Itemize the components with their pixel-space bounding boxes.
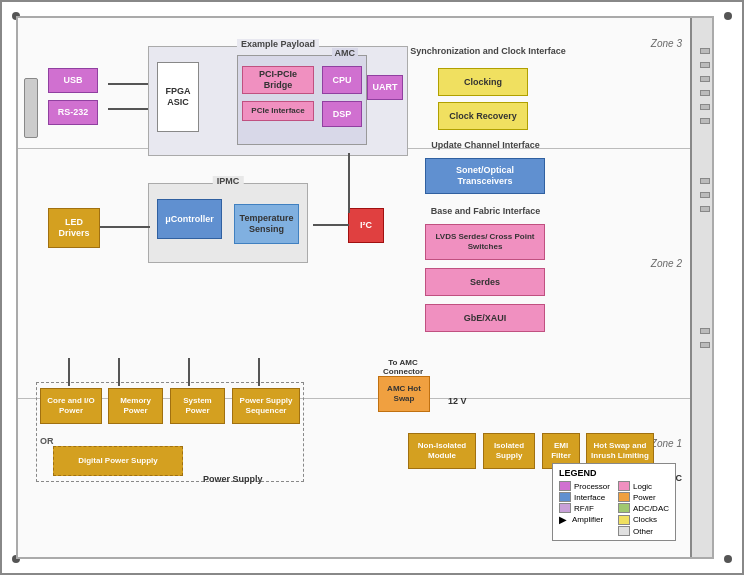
main-container: ATCA Backplane Zone 3 Zone 2 Zone 1 USB [0, 0, 744, 575]
legend: LEGEND Processor Logic Interface [552, 463, 676, 541]
connector-pin-8 [700, 192, 710, 198]
connector-pin-3 [700, 76, 710, 82]
corner-dot-br [724, 555, 732, 563]
arrow-power-2 [118, 358, 120, 386]
base-fabric-label: Base and Fabric Interface [408, 206, 563, 216]
legend-item-processor: Processor [559, 481, 610, 491]
legend-label-interface: Interface [574, 493, 605, 502]
ipmc-container: IPMC μController Temperature Sensing [148, 183, 308, 263]
legend-label-clocks: Clocks [633, 515, 657, 524]
connector-pin-2 [700, 62, 710, 68]
legend-item-other: Other [618, 526, 669, 536]
zone2-label: Zone 2 [651, 258, 682, 269]
amplifier-icon: ▶ [559, 514, 567, 525]
fpga-asic-block: FPGA ASIC [157, 62, 199, 132]
arrow-fpga-rs232 [108, 108, 148, 110]
amc-label: AMC [332, 48, 359, 58]
dsp-block: DSP [322, 101, 362, 127]
legend-label-amplifier: Amplifier [572, 515, 603, 524]
clocking-block: Clocking [438, 68, 528, 96]
serdes-block: Serdes [425, 268, 545, 296]
connector-pin-4 [700, 90, 710, 96]
legend-label-rfif: RF/IF [574, 504, 594, 513]
legend-color-adcdac [618, 503, 630, 513]
arrow-power-3 [188, 358, 190, 386]
pci-pcie-bridge-block: PCI-PCIe Bridge [242, 66, 314, 94]
legend-color-other [618, 526, 630, 536]
connector-pin-6 [700, 118, 710, 124]
db9-connector [24, 78, 38, 138]
legend-title: LEGEND [559, 468, 669, 478]
legend-item-clocks: Clocks [618, 514, 669, 525]
legend-color-rfif [559, 503, 571, 513]
connector-pin-7 [700, 178, 710, 184]
board-area: Zone 3 Zone 2 Zone 1 USB RS-232 Example … [16, 16, 714, 559]
legend-label-power: Power [633, 493, 656, 502]
ipmc-label: IPMC [213, 176, 244, 186]
isolated-supply-block: Isolated Supply [483, 433, 535, 469]
cpu-block: CPU [322, 66, 362, 94]
connector-pin-11 [700, 342, 710, 348]
legend-item-empty [559, 526, 610, 536]
legend-label-logic: Logic [633, 482, 652, 491]
non-isolated-module-block: Non-Isolated Module [408, 433, 476, 469]
legend-color-interface [559, 492, 571, 502]
legend-label-adcdac: ADC/DAC [633, 504, 669, 513]
arrow-i2c-uc [313, 224, 349, 226]
temp-sensing-block: Temperature Sensing [234, 204, 299, 244]
legend-grid: Processor Logic Interface Power [559, 481, 669, 536]
legend-item-interface: Interface [559, 492, 610, 502]
power-supply-outline [36, 382, 304, 482]
connector-pin-10 [700, 328, 710, 334]
legend-color-clocks [618, 515, 630, 525]
ucontroller-block: μController [157, 199, 222, 239]
example-payload-container: Example Payload FPGA ASIC AMC PCI-PCIe B… [148, 46, 408, 156]
arrow-power-1 [68, 358, 70, 386]
power-supply-label: Power Supply [203, 474, 263, 484]
arrow-ipmc-led [100, 226, 150, 228]
rs232-block: RS-232 [48, 100, 98, 125]
led-drivers-block: LED Drivers [48, 208, 100, 248]
legend-item-adcdac: ADC/DAC [618, 503, 669, 513]
legend-color-processor [559, 481, 571, 491]
connector-pin-5 [700, 104, 710, 110]
uart-block: UART [367, 75, 403, 100]
legend-item-amplifier: ▶ Amplifier [559, 514, 610, 525]
gbe-xaui-block: GbE/XAUI [425, 304, 545, 332]
update-channel-label: Update Channel Interface [408, 140, 563, 150]
legend-item-power: Power [618, 492, 669, 502]
zone1-label: Zone 1 [651, 438, 682, 449]
connector-pin-9 [700, 206, 710, 212]
sonet-optical-block: Sonet/Optical Transceivers [425, 158, 545, 194]
lvds-serdes-block: LVDS Serdes/ Cross Point Switches [425, 224, 545, 260]
amc-container: AMC PCI-PCIe Bridge PCIe Interface CPU D… [237, 55, 367, 145]
to-amc-connector-label: To AMC Connector [373, 358, 433, 376]
connector-pin-1 [700, 48, 710, 54]
clock-recovery-block: Clock Recovery [438, 102, 528, 130]
legend-color-logic [618, 481, 630, 491]
legend-label-processor: Processor [574, 482, 610, 491]
arrow-fpga-usb [108, 83, 148, 85]
legend-label-other: Other [633, 527, 653, 536]
pcie-interface-block: PCIe Interface [242, 101, 314, 121]
sync-clock-section-label: Synchronization and Clock Interface [408, 46, 568, 56]
example-payload-label: Example Payload [237, 39, 319, 49]
arrow-power-4 [258, 358, 260, 386]
legend-color-power [618, 492, 630, 502]
amc-hot-swap-top-block: AMC Hot Swap [378, 376, 430, 412]
right-connector [690, 18, 712, 557]
i2c-block: I²C [348, 208, 384, 243]
corner-dot-tr [724, 12, 732, 20]
legend-item-rfif: RF/IF [559, 503, 610, 513]
legend-item-logic: Logic [618, 481, 669, 491]
12v-label: 12 V [448, 396, 467, 406]
zone3-label: Zone 3 [651, 38, 682, 49]
usb-block: USB [48, 68, 98, 93]
arrow-amc-i2c [348, 153, 350, 213]
